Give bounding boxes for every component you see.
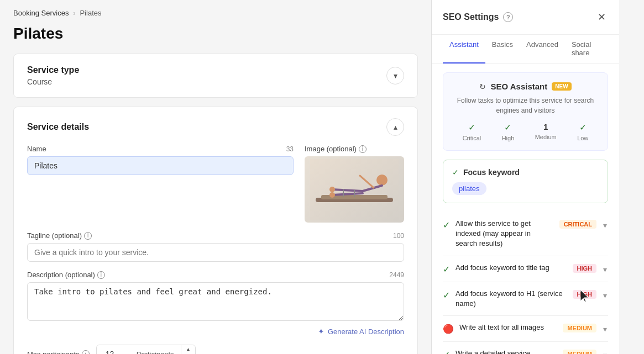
assistant-title: SEO Assistant — [490, 82, 547, 91]
focus-keyword-title: Focus keyword — [463, 168, 520, 177]
description-field: Description (optional) i 2449 Take intro… — [27, 271, 404, 323]
participants-value: 12 — [97, 345, 130, 354]
task-title-name: Add focus keyword to title tag — [455, 263, 549, 272]
max-participants-label: Max participants i — [27, 350, 90, 355]
image-info-icon[interactable]: i — [359, 145, 366, 153]
service-details-form: Name 33 Image (optional) i — [27, 145, 404, 354]
svg-rect-0 — [310, 159, 399, 220]
task-desc-expand[interactable]: ▾ — [602, 350, 608, 354]
image-label-row: Image (optional) i — [305, 145, 404, 153]
task-h1-name: Add focus keyword to H1 (service name) — [455, 289, 563, 308]
task-h1-check: ✓ — [443, 290, 450, 300]
service-type-card: Service type Course ▾ — [13, 54, 418, 98]
breadcrumb: Booking Services › Pilates — [13, 9, 418, 17]
task-index-expand[interactable]: ▾ — [602, 220, 608, 231]
service-type-header: Service type Course ▾ — [27, 65, 404, 86]
ai-sparkle-icon: ✦ — [318, 327, 324, 336]
tab-social-share[interactable]: Social share — [565, 35, 608, 64]
seo-help-icon[interactable]: ? — [503, 12, 513, 22]
seo-header: SEO Settings ? ✕ — [432, 0, 619, 35]
status-row: ✓ Critical ✓ High 1 Medium ✓ Low — [452, 122, 599, 141]
task-desc-info: Write a detailed service description wit… — [455, 348, 557, 354]
task-index: ✓ Allow this service to get indexed (may… — [443, 212, 608, 256]
assistant-header: ↻ SEO Assistant NEW — [452, 82, 599, 91]
description-input[interactable]: Take intro to pilates and feel great and… — [27, 282, 404, 321]
task-h1-badge: HIGH — [573, 290, 597, 299]
description-info-icon[interactable]: i — [97, 271, 105, 279]
seo-content: ↻ SEO Assistant NEW Follow tasks to opti… — [432, 64, 619, 354]
focus-keyword-box: ✓ Focus keyword pilates — [443, 160, 608, 203]
task-index-info: Allow this service to get indexed (may a… — [455, 219, 554, 249]
refresh-icon: ↻ — [479, 82, 486, 91]
service-type-info: Service type Course — [27, 65, 79, 86]
tab-basics[interactable]: Basics — [485, 35, 520, 64]
task-alt-badge: MEDIUM — [563, 324, 596, 332]
high-label: High — [502, 135, 515, 141]
participants-unit: Participants — [130, 346, 181, 355]
seo-panel: SEO Settings ? ✕ Assistant Basics Advanc… — [431, 0, 619, 354]
assistant-desc: Follow tasks to optimize this service fo… — [452, 96, 599, 115]
status-low: ✓ Low — [577, 122, 588, 141]
tagline-label-row: Tagline (optional) i 100 — [27, 231, 404, 240]
generate-ai-btn[interactable]: ✦ Generate AI Description — [27, 327, 404, 336]
tab-advanced[interactable]: Advanced — [520, 35, 565, 64]
breadcrumb-chevron: › — [73, 9, 75, 17]
service-type-toggle[interactable]: ▾ — [386, 67, 404, 84]
focus-keyword-check: ✓ — [452, 168, 459, 177]
tagline-label: Tagline (optional) i — [27, 231, 92, 240]
task-title-info: Add focus keyword to title tag — [455, 263, 567, 273]
task-list: ✓ Allow this service to get indexed (may… — [443, 212, 608, 354]
service-details-toggle[interactable]: ▴ — [386, 118, 404, 136]
focus-keyword-header: ✓ Focus keyword — [452, 168, 599, 177]
seo-close-button[interactable]: ✕ — [595, 9, 608, 25]
task-alt-info: Write alt text for all images — [459, 323, 557, 332]
task-index-name: Allow this service to get indexed (may a… — [455, 219, 531, 247]
tagline-input[interactable] — [27, 243, 404, 262]
name-char-count: 33 — [286, 145, 294, 153]
task-desc-badge: MEDIUM — [563, 350, 596, 354]
task-h1-expand[interactable]: ▾ — [602, 290, 608, 301]
svg-point-8 — [329, 187, 335, 192]
description-label: Description (optional) i — [27, 271, 105, 279]
low-check: ✓ — [579, 122, 587, 133]
status-critical: ✓ Critical — [463, 122, 481, 141]
assistant-box: ↻ SEO Assistant NEW Follow tasks to opti… — [443, 72, 608, 151]
task-h1: ✓ Add focus keyword to H1 (service name)… — [443, 282, 608, 315]
description-label-row: Description (optional) i 2449 — [27, 271, 404, 279]
tagline-info-icon[interactable]: i — [84, 232, 92, 240]
tab-assistant[interactable]: Assistant — [443, 35, 485, 64]
task-alt-check: 🔴 — [443, 324, 454, 334]
keyword-tag: pilates — [452, 182, 486, 195]
seo-title: SEO Settings ? — [443, 12, 513, 22]
name-label-row: Name 33 — [27, 145, 294, 153]
new-badge: NEW — [552, 82, 571, 91]
image-label: Image (optional) i — [305, 145, 366, 153]
tagline-char-count: 100 — [393, 232, 404, 240]
page-title: Pilates — [13, 25, 418, 43]
medium-label: Medium — [535, 134, 557, 140]
stepper-arrows[interactable]: ▲ ▼ — [181, 345, 196, 354]
name-image-row: Name 33 Image (optional) i — [27, 145, 404, 223]
task-desc-check: ✓ — [443, 350, 450, 354]
image-field-col: Image (optional) i — [305, 145, 404, 223]
name-input[interactable] — [27, 156, 294, 175]
participants-stepper[interactable]: 12 Participants ▲ ▼ — [96, 345, 196, 354]
low-label: Low — [577, 135, 588, 141]
pilates-image-svg — [310, 159, 399, 220]
task-alt-text: 🔴 Write alt text for all images MEDIUM ▾ — [443, 315, 608, 341]
task-alt-expand[interactable]: ▾ — [602, 324, 608, 335]
task-description: ✓ Write a detailed service description w… — [443, 341, 608, 354]
task-title-check: ✓ — [443, 264, 450, 274]
tagline-field: Tagline (optional) i 100 — [27, 231, 404, 262]
critical-check: ✓ — [468, 122, 475, 133]
breadcrumb-parent[interactable]: Booking Services — [13, 9, 69, 17]
participants-info-icon[interactable]: i — [82, 350, 90, 354]
service-details-title: Service details — [27, 122, 89, 132]
high-check: ✓ — [504, 122, 511, 133]
stepper-up[interactable]: ▲ — [181, 345, 196, 354]
status-medium: 1 Medium — [535, 122, 557, 141]
left-panel: Booking Services › Pilates Pilates Servi… — [0, 0, 431, 354]
service-type-title: Service type — [27, 65, 79, 75]
service-type-value: Course — [27, 77, 79, 86]
task-title-expand[interactable]: ▾ — [602, 264, 608, 275]
